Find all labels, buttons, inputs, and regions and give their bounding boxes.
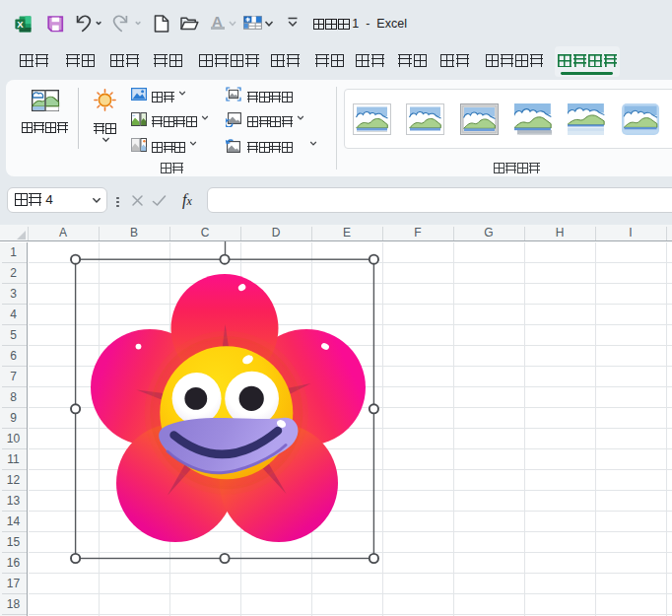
svg-text:X: X: [17, 18, 24, 29]
